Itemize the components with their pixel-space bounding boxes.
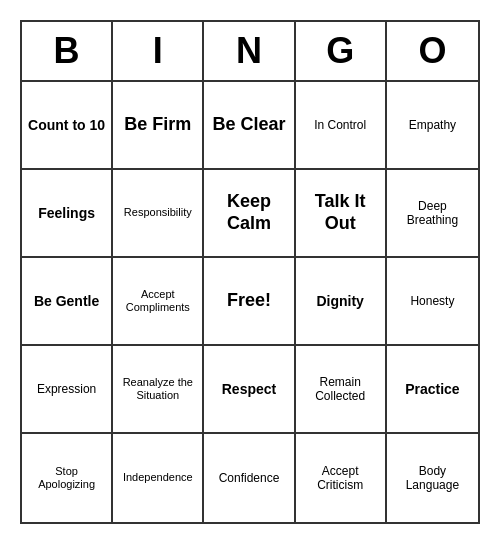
bingo-cell: Accept Criticism [296, 434, 387, 522]
cell-label: Count to 10 [28, 117, 105, 134]
cell-label: Independence [123, 471, 193, 484]
cell-label: Keep Calm [208, 191, 289, 234]
bingo-cell: Free! [204, 258, 295, 346]
bingo-cell: Practice [387, 346, 478, 434]
cell-label: Accept Criticism [300, 464, 381, 493]
cell-label: Deep Breathing [391, 199, 474, 228]
cell-label: Honesty [410, 294, 454, 308]
cell-label: Practice [405, 381, 459, 398]
cell-label: Feelings [38, 205, 95, 222]
bingo-cell: Be Gentle [22, 258, 113, 346]
cell-label: Responsibility [124, 206, 192, 219]
bingo-cell: Respect [204, 346, 295, 434]
bingo-cell: Body Language [387, 434, 478, 522]
cell-label: Accept Compliments [117, 288, 198, 314]
header-letter: O [387, 22, 478, 80]
header-letter: G [296, 22, 387, 80]
bingo-cell: Responsibility [113, 170, 204, 258]
bingo-header: BINGO [22, 22, 478, 82]
bingo-cell: Reanalyze the Situation [113, 346, 204, 434]
cell-label: Body Language [391, 464, 474, 493]
cell-label: In Control [314, 118, 366, 132]
cell-label: Confidence [219, 471, 280, 485]
cell-label: Talk It Out [300, 191, 381, 234]
cell-label: Be Clear [212, 114, 285, 136]
bingo-grid: Count to 10Be FirmBe ClearIn ControlEmpa… [22, 82, 478, 522]
cell-label: Respect [222, 381, 276, 398]
bingo-cell: Empathy [387, 82, 478, 170]
bingo-card: BINGO Count to 10Be FirmBe ClearIn Contr… [20, 20, 480, 524]
bingo-cell: In Control [296, 82, 387, 170]
header-letter: I [113, 22, 204, 80]
bingo-cell: Expression [22, 346, 113, 434]
bingo-cell: Honesty [387, 258, 478, 346]
cell-label: Be Gentle [34, 293, 99, 310]
bingo-cell: Remain Collected [296, 346, 387, 434]
bingo-cell: Independence [113, 434, 204, 522]
cell-label: Reanalyze the Situation [117, 376, 198, 402]
cell-label: Stop Apologizing [26, 465, 107, 491]
bingo-cell: Feelings [22, 170, 113, 258]
bingo-cell: Deep Breathing [387, 170, 478, 258]
bingo-cell: Talk It Out [296, 170, 387, 258]
bingo-cell: Be Clear [204, 82, 295, 170]
bingo-cell: Confidence [204, 434, 295, 522]
bingo-cell: Stop Apologizing [22, 434, 113, 522]
cell-label: Empathy [409, 118, 456, 132]
cell-label: Remain Collected [300, 375, 381, 404]
cell-label: Expression [37, 382, 96, 396]
bingo-cell: Keep Calm [204, 170, 295, 258]
header-letter: B [22, 22, 113, 80]
bingo-cell: Count to 10 [22, 82, 113, 170]
bingo-cell: Be Firm [113, 82, 204, 170]
bingo-cell: Accept Compliments [113, 258, 204, 346]
cell-label: Dignity [316, 293, 363, 310]
cell-label: Be Firm [124, 114, 191, 136]
cell-label: Free! [227, 290, 271, 312]
header-letter: N [204, 22, 295, 80]
bingo-cell: Dignity [296, 258, 387, 346]
